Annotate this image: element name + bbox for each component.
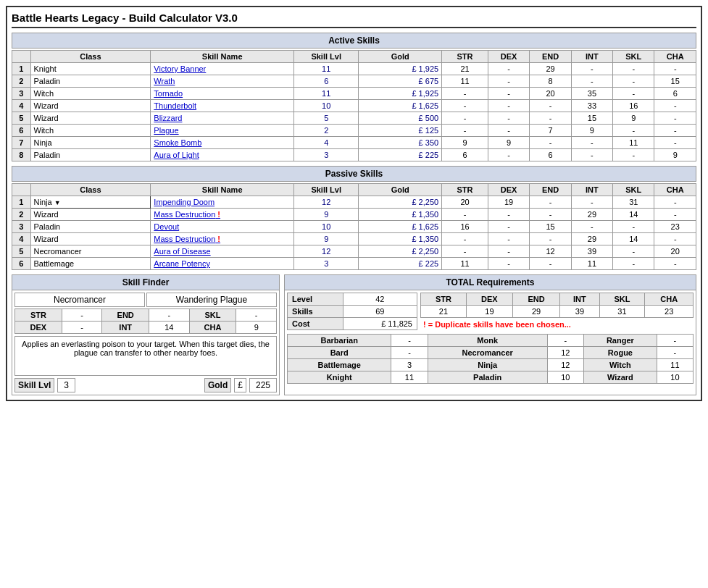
row-class[interactable]: Wizard: [30, 112, 151, 125]
row-class[interactable]: Wizard: [30, 233, 151, 245]
row-skill[interactable]: Mass Destruction !: [151, 209, 294, 221]
row-skl: -: [613, 75, 654, 88]
row-skill[interactable]: Thunderbolt: [151, 100, 294, 112]
sf-skill-val[interactable]: Wandering Plague: [146, 293, 277, 307]
row-lvl: 10: [294, 221, 359, 233]
row-class[interactable]: Wizard: [30, 209, 151, 221]
row-skill[interactable]: Plague: [151, 125, 294, 137]
row-lvl: 2: [294, 125, 359, 137]
active-skills-section: Active Skills Class Skill Name Skill Lvl…: [12, 33, 696, 161]
row-class[interactable]: Paladin: [30, 149, 151, 161]
row-cha: 20: [654, 245, 696, 258]
cc-val3: 11: [657, 359, 693, 371]
row-dex: -: [488, 149, 529, 161]
sf-stats-table: STR - END - SKL - DEX - INT 14 CHA 9: [14, 308, 277, 334]
row-lvl: 3: [294, 258, 359, 270]
sf-str-val: -: [62, 309, 102, 322]
ts-dex-val: 19: [466, 306, 512, 318]
p-col-dex: DEX: [488, 184, 529, 196]
row-str: -: [442, 100, 488, 112]
row-class[interactable]: Witch: [30, 125, 151, 137]
row-skill[interactable]: Mass Destruction !: [151, 233, 294, 245]
row-cha: -: [654, 125, 696, 137]
cc-class2: Paladin: [428, 371, 547, 384]
cc-val2: 12: [547, 359, 583, 371]
row-skl: 14: [613, 209, 654, 221]
row-skill[interactable]: Aura of Light: [151, 149, 294, 161]
row-lvl: 11: [294, 63, 359, 75]
row-class[interactable]: Paladin: [30, 75, 151, 88]
skill-finder-box: Skill Finder Necromancer Wandering Plagu…: [12, 274, 280, 395]
row-class[interactable]: Knight: [30, 63, 151, 75]
row-skill[interactable]: Devout: [151, 221, 294, 233]
passive-skill-row: 4 Wizard Mass Destruction ! 9 £ 1,350 - …: [12, 233, 696, 245]
row-cha: 6: [654, 88, 696, 100]
skills-val: 69: [343, 306, 417, 318]
passive-skills-table: Class Skill Name Skill Lvl Gold STR DEX …: [12, 183, 696, 270]
ts-int-lbl: INT: [560, 293, 599, 306]
row-str: 21: [442, 63, 488, 75]
cc-class2: Monk: [428, 335, 547, 347]
total-inner: Level 42 Skills 69 Cost £ 11,825: [285, 290, 696, 386]
row-skill[interactable]: Aura of Disease: [151, 245, 294, 258]
row-str: 16: [442, 221, 488, 233]
row-skill[interactable]: Blizzard: [151, 112, 294, 125]
cc-val1: -: [391, 335, 428, 347]
cost-label: Cost: [288, 318, 343, 330]
ts-dex-lbl: DEX: [466, 293, 512, 306]
row-skill[interactable]: Tornado: [151, 88, 294, 100]
row-cha: -: [654, 63, 696, 75]
row-class[interactable]: Paladin: [30, 221, 151, 233]
row-gold: £ 125: [359, 125, 442, 137]
row-cha: -: [654, 209, 696, 221]
cc-class3: Ranger: [583, 335, 657, 347]
warn-icon: !: [215, 235, 220, 243]
row-lvl: 10: [294, 100, 359, 112]
row-num: 1: [12, 196, 31, 209]
row-skl: 31: [613, 196, 654, 209]
p-col-skl: SKL: [613, 184, 654, 196]
row-str: 20: [442, 196, 488, 209]
sf-skl-val: -: [236, 309, 277, 322]
cc-class1: Knight: [288, 371, 391, 384]
p-col-skill-lvl: Skill Lvl: [294, 184, 359, 196]
row-cha: -: [654, 196, 696, 209]
col-class: Class: [30, 51, 151, 63]
row-num: 4: [12, 233, 31, 245]
row-str: 11: [442, 75, 488, 88]
row-dex: -: [488, 221, 529, 233]
row-cha: -: [654, 137, 696, 149]
class-counts-table: Barbarian - Monk - Ranger - Bard - Necro…: [287, 334, 694, 384]
row-int: -: [571, 149, 612, 161]
row-skill[interactable]: Wrath: [151, 75, 294, 88]
col-skill-name: Skill Name: [151, 51, 294, 63]
main-container: Battle Hearts Legacy - Build Calculator …: [6, 6, 702, 401]
duplicate-warning: ! = Duplicate skills have been chosen...: [420, 318, 694, 331]
row-class[interactable]: Ninja ▼: [30, 196, 151, 209]
row-skill[interactable]: Smoke Bomb: [151, 137, 294, 149]
row-class[interactable]: Battlemage: [30, 258, 151, 270]
active-skill-row: 6 Witch Plague 2 £ 125 - - 7 9 - -: [12, 125, 696, 137]
row-skill[interactable]: Impending Doom: [151, 196, 294, 209]
row-int: 29: [571, 233, 612, 245]
row-skill[interactable]: Arcane Potency: [151, 258, 294, 270]
row-class[interactable]: Ninja: [30, 137, 151, 149]
row-class[interactable]: Necromancer: [30, 245, 151, 258]
lsc-table: Level 42 Skills 69 Cost £ 11,825: [287, 293, 417, 330]
row-num: 2: [12, 75, 31, 88]
row-skl: -: [613, 258, 654, 270]
p-col-gold: Gold: [359, 184, 442, 196]
level-val: 42: [343, 293, 417, 306]
row-skill[interactable]: Victory Banner: [151, 63, 294, 75]
row-class[interactable]: Witch: [30, 88, 151, 100]
cc-val1: 3: [391, 359, 428, 371]
row-cha: -: [654, 100, 696, 112]
sf-class-val[interactable]: Necromancer: [14, 293, 145, 307]
row-int: 29: [571, 209, 612, 221]
row-class[interactable]: Wizard: [30, 100, 151, 112]
row-str: 11: [442, 258, 488, 270]
p-col-int: INT: [571, 184, 612, 196]
app-title: Battle Hearts Legacy - Build Calculator …: [12, 12, 696, 28]
passive-skills-section: Passive Skills Class Skill Name Skill Lv…: [12, 166, 696, 270]
row-str: -: [442, 209, 488, 221]
